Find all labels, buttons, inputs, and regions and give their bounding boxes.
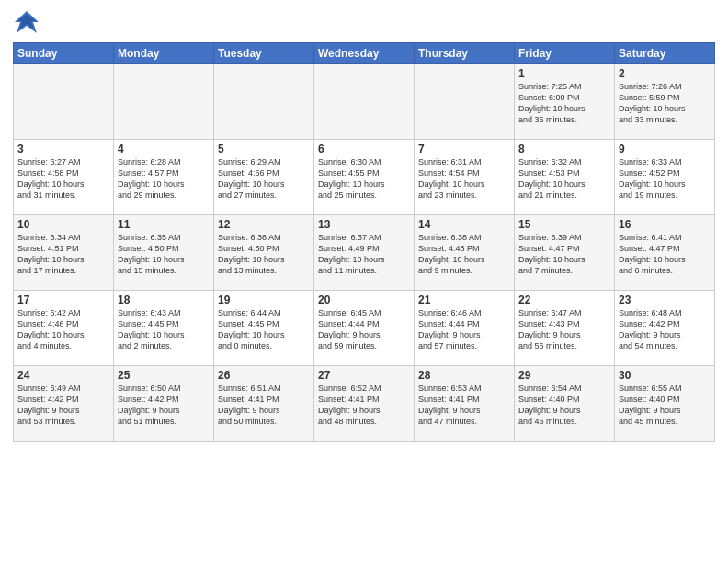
cell-2-6: 16Sunrise: 6:41 AM Sunset: 4:47 PM Dayli…	[615, 215, 715, 291]
cell-3-2: 19Sunrise: 6:44 AM Sunset: 4:45 PM Dayli…	[214, 291, 314, 366]
day-number: 12	[218, 218, 310, 231]
day-info: Sunrise: 6:43 AM Sunset: 4:45 PM Dayligh…	[118, 307, 210, 352]
day-info: Sunrise: 6:27 AM Sunset: 4:58 PM Dayligh…	[17, 156, 109, 201]
day-info: Sunrise: 6:48 AM Sunset: 4:42 PM Dayligh…	[619, 307, 711, 352]
day-info: Sunrise: 6:51 AM Sunset: 4:41 PM Dayligh…	[218, 383, 310, 428]
day-info: Sunrise: 6:39 AM Sunset: 4:47 PM Dayligh…	[518, 232, 610, 277]
day-info: Sunrise: 6:50 AM Sunset: 4:42 PM Dayligh…	[118, 383, 210, 428]
day-number: 28	[418, 369, 510, 382]
cell-0-5: 1Sunrise: 7:25 AM Sunset: 6:00 PM Daylig…	[515, 64, 615, 140]
week-row-2: 10Sunrise: 6:34 AM Sunset: 4:51 PM Dayli…	[14, 215, 715, 291]
cell-0-2	[214, 64, 314, 140]
cell-2-5: 15Sunrise: 6:39 AM Sunset: 4:47 PM Dayli…	[515, 215, 615, 291]
cell-1-4: 7Sunrise: 6:31 AM Sunset: 4:54 PM Daylig…	[415, 140, 515, 215]
day-info: Sunrise: 6:31 AM Sunset: 4:54 PM Dayligh…	[418, 156, 510, 201]
day-number: 29	[518, 369, 610, 382]
cell-2-0: 10Sunrise: 6:34 AM Sunset: 4:51 PM Dayli…	[14, 215, 114, 291]
cell-4-3: 27Sunrise: 6:52 AM Sunset: 4:41 PM Dayli…	[314, 366, 415, 442]
day-number: 30	[619, 369, 711, 382]
day-number: 27	[318, 369, 410, 382]
day-info: Sunrise: 6:38 AM Sunset: 4:48 PM Dayligh…	[418, 232, 510, 277]
cell-4-0: 24Sunrise: 6:49 AM Sunset: 4:42 PM Dayli…	[14, 366, 114, 442]
calendar-table: SundayMondayTuesdayWednesdayThursdayFrid…	[13, 42, 715, 442]
day-number: 10	[17, 218, 109, 231]
day-info: Sunrise: 6:29 AM Sunset: 4:56 PM Dayligh…	[218, 156, 310, 201]
day-info: Sunrise: 7:25 AM Sunset: 6:00 PM Dayligh…	[518, 81, 610, 126]
header-row: SundayMondayTuesdayWednesdayThursdayFrid…	[14, 43, 715, 64]
day-number: 9	[619, 143, 711, 155]
cell-3-5: 22Sunrise: 6:47 AM Sunset: 4:43 PM Dayli…	[515, 291, 615, 366]
cell-3-4: 21Sunrise: 6:46 AM Sunset: 4:44 PM Dayli…	[415, 291, 515, 366]
cell-4-1: 25Sunrise: 6:50 AM Sunset: 4:42 PM Dayli…	[114, 366, 214, 442]
day-info: Sunrise: 6:41 AM Sunset: 4:47 PM Dayligh…	[619, 232, 711, 277]
day-number: 15	[518, 218, 610, 231]
day-number: 4	[118, 143, 210, 155]
week-row-0: 1Sunrise: 7:25 AM Sunset: 6:00 PM Daylig…	[14, 64, 715, 140]
cell-1-5: 8Sunrise: 6:32 AM Sunset: 4:53 PM Daylig…	[515, 140, 615, 215]
week-row-4: 24Sunrise: 6:49 AM Sunset: 4:42 PM Dayli…	[14, 366, 715, 442]
day-info: Sunrise: 6:46 AM Sunset: 4:44 PM Dayligh…	[418, 307, 510, 352]
cell-1-3: 6Sunrise: 6:30 AM Sunset: 4:55 PM Daylig…	[314, 140, 415, 215]
day-info: Sunrise: 6:44 AM Sunset: 4:45 PM Dayligh…	[218, 307, 310, 352]
cell-3-6: 23Sunrise: 6:48 AM Sunset: 4:42 PM Dayli…	[615, 291, 715, 366]
header-thursday: Thursday	[415, 43, 515, 64]
day-number: 7	[418, 143, 510, 155]
header-monday: Monday	[114, 43, 214, 64]
header-wednesday: Wednesday	[314, 43, 415, 64]
header-tuesday: Tuesday	[214, 43, 314, 64]
day-number: 13	[318, 218, 410, 231]
day-number: 24	[17, 369, 109, 382]
day-info: Sunrise: 6:35 AM Sunset: 4:50 PM Dayligh…	[118, 232, 210, 277]
week-row-1: 3Sunrise: 6:27 AM Sunset: 4:58 PM Daylig…	[14, 140, 715, 215]
cell-1-6: 9Sunrise: 6:33 AM Sunset: 4:52 PM Daylig…	[615, 140, 715, 215]
cell-1-2: 5Sunrise: 6:29 AM Sunset: 4:56 PM Daylig…	[214, 140, 314, 215]
cell-1-1: 4Sunrise: 6:28 AM Sunset: 4:57 PM Daylig…	[114, 140, 214, 215]
logo	[13, 9, 44, 37]
day-number: 20	[318, 293, 410, 306]
day-number: 3	[17, 143, 109, 155]
day-number: 8	[518, 143, 610, 155]
day-info: Sunrise: 6:28 AM Sunset: 4:57 PM Dayligh…	[118, 156, 210, 201]
cell-0-1	[114, 64, 214, 140]
cell-4-4: 28Sunrise: 6:53 AM Sunset: 4:41 PM Dayli…	[415, 366, 515, 442]
day-number: 14	[418, 218, 510, 231]
calendar-body: 1Sunrise: 7:25 AM Sunset: 6:00 PM Daylig…	[14, 64, 715, 442]
header-sunday: Sunday	[14, 43, 114, 64]
calendar-header: SundayMondayTuesdayWednesdayThursdayFrid…	[14, 43, 715, 64]
day-number: 25	[118, 369, 210, 382]
cell-3-0: 17Sunrise: 6:42 AM Sunset: 4:46 PM Dayli…	[14, 291, 114, 366]
day-number: 1	[518, 67, 610, 80]
logo-icon	[13, 9, 40, 37]
day-info: Sunrise: 6:30 AM Sunset: 4:55 PM Dayligh…	[318, 156, 410, 201]
header-friday: Friday	[515, 43, 615, 64]
day-info: Sunrise: 6:54 AM Sunset: 4:40 PM Dayligh…	[518, 383, 610, 428]
day-info: Sunrise: 6:37 AM Sunset: 4:49 PM Dayligh…	[318, 232, 410, 277]
day-number: 16	[619, 218, 711, 231]
cell-3-1: 18Sunrise: 6:43 AM Sunset: 4:45 PM Dayli…	[114, 291, 214, 366]
cell-4-6: 30Sunrise: 6:55 AM Sunset: 4:40 PM Dayli…	[615, 366, 715, 442]
day-info: Sunrise: 6:42 AM Sunset: 4:46 PM Dayligh…	[17, 307, 109, 352]
day-number: 2	[619, 67, 711, 80]
cell-0-6: 2Sunrise: 7:26 AM Sunset: 5:59 PM Daylig…	[615, 64, 715, 140]
day-number: 23	[619, 293, 711, 306]
day-info: Sunrise: 6:33 AM Sunset: 4:52 PM Dayligh…	[619, 156, 711, 201]
week-row-3: 17Sunrise: 6:42 AM Sunset: 4:46 PM Dayli…	[14, 291, 715, 366]
day-number: 19	[218, 293, 310, 306]
cell-2-4: 14Sunrise: 6:38 AM Sunset: 4:48 PM Dayli…	[415, 215, 515, 291]
day-info: Sunrise: 6:34 AM Sunset: 4:51 PM Dayligh…	[17, 232, 109, 277]
header	[13, 9, 715, 37]
cell-2-3: 13Sunrise: 6:37 AM Sunset: 4:49 PM Dayli…	[314, 215, 415, 291]
day-info: Sunrise: 6:32 AM Sunset: 4:53 PM Dayligh…	[518, 156, 610, 201]
header-saturday: Saturday	[615, 43, 715, 64]
day-number: 18	[118, 293, 210, 306]
day-number: 6	[318, 143, 410, 155]
day-info: Sunrise: 6:36 AM Sunset: 4:50 PM Dayligh…	[218, 232, 310, 277]
cell-4-2: 26Sunrise: 6:51 AM Sunset: 4:41 PM Dayli…	[214, 366, 314, 442]
cell-4-5: 29Sunrise: 6:54 AM Sunset: 4:40 PM Dayli…	[515, 366, 615, 442]
day-info: Sunrise: 6:49 AM Sunset: 4:42 PM Dayligh…	[17, 383, 109, 428]
cell-0-4	[415, 64, 515, 140]
day-number: 11	[118, 218, 210, 231]
day-number: 22	[518, 293, 610, 306]
day-info: Sunrise: 6:45 AM Sunset: 4:44 PM Dayligh…	[318, 307, 410, 352]
day-info: Sunrise: 6:55 AM Sunset: 4:40 PM Dayligh…	[619, 383, 711, 428]
